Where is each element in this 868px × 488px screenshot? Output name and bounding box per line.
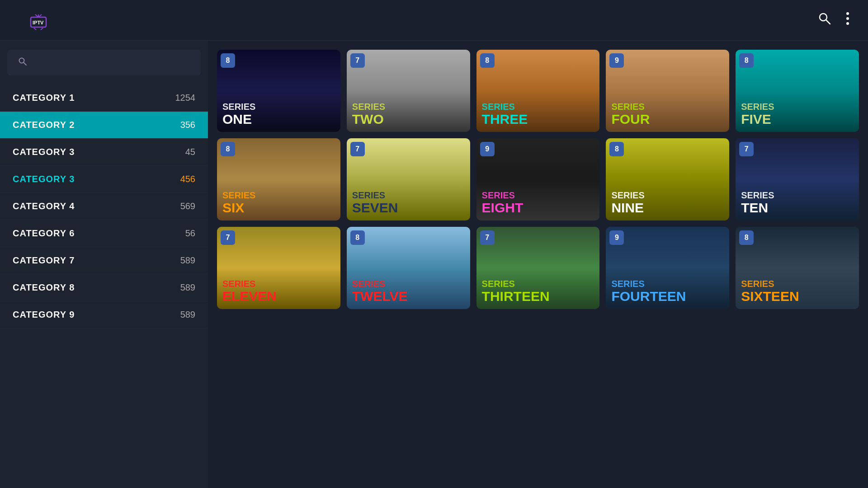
card-background: 8 SERIES SIX [217,138,340,221]
category-name: CATEGORY 8 [13,282,75,293]
card-background: 7 SERIES SEVEN [347,138,470,221]
card-badge: 8 [480,53,495,68]
series-grid: 8 SERIES ONE 7 SERIES TWO 8 SERIES THREE… [217,50,859,309]
sidebar-item-cat-3[interactable]: CATEGORY 3 45 [0,139,208,166]
card-badge: 8 [350,230,365,245]
svg-line-8 [826,20,830,24]
sidebar: CATEGORY 1 1254 CATEGORY 2 356 CATEGORY … [0,41,208,488]
series-card-13[interactable]: 7 SERIES THIRTEEN [476,227,600,309]
category-name: CATEGORY 9 [13,310,75,320]
category-name: CATEGORY 7 [13,255,75,266]
sidebar-item-cat-4[interactable]: CATEGORY 3 456 [0,166,208,193]
card-badge: 8 [221,142,235,156]
card-title: SERIES SIXTEEN [736,274,859,309]
card-title: SERIES ELEVEN [217,274,340,309]
sidebar-item-cat-5[interactable]: CATEGORY 4 569 [0,193,208,220]
category-count: 456 [180,174,195,184]
series-card-4[interactable]: 9 SERIES FOUR [606,50,729,132]
category-count: 589 [180,310,195,320]
sidebar-item-cat-8[interactable]: CATEGORY 8 589 [0,274,208,301]
card-title: SERIES FOUR [606,97,729,132]
card-badge: 8 [739,53,754,68]
card-badge: 8 [739,230,754,245]
card-background: 8 SERIES ONE [217,50,340,132]
category-list: CATEGORY 1 1254 CATEGORY 2 356 CATEGORY … [0,84,208,488]
series-card-14[interactable]: 9 SERIES FOURTEEN [606,227,729,309]
card-badge: 8 [609,142,624,156]
series-card-2[interactable]: 7 SERIES TWO [347,50,470,132]
series-card-7[interactable]: 7 SERIES SEVEN [347,138,470,221]
card-title: SERIES FIVE [736,97,859,132]
card-badge: 9 [609,230,624,245]
category-count: 356 [180,120,195,130]
category-search-bar[interactable] [7,50,201,75]
card-badge: 7 [350,142,365,156]
content-area: 8 SERIES ONE 7 SERIES TWO 8 SERIES THREE… [208,41,868,488]
category-count: 45 [185,147,195,157]
card-background: 8 SERIES NINE [606,138,729,221]
svg-point-11 [846,22,849,25]
sidebar-item-cat-6[interactable]: CATEGORY 6 56 [0,220,208,247]
card-title: SERIES TWELVE [347,274,470,309]
main: CATEGORY 1 1254 CATEGORY 2 356 CATEGORY … [0,41,868,488]
card-background: 7 SERIES TEN [736,138,859,221]
header-right [817,11,850,29]
card-background: 7 SERIES TWO [347,50,470,132]
more-options-button[interactable] [845,11,850,29]
card-title: SERIES NINE [606,186,729,221]
sidebar-item-cat-2[interactable]: CATEGORY 2 356 [0,112,208,139]
card-title: SERIES ONE [217,97,340,132]
svg-text:IPTV: IPTV [33,20,44,25]
svg-line-4 [34,28,36,30]
card-background: 9 SERIES EIGHT [476,138,600,221]
card-badge: 7 [221,230,235,245]
card-background: 9 SERIES FOUR [606,50,729,132]
card-title: SERIES SIX [217,186,340,221]
card-title: SERIES THREE [476,97,600,132]
category-count: 56 [185,228,195,239]
sidebar-item-cat-7[interactable]: CATEGORY 7 589 [0,247,208,274]
category-name: CATEGORY 2 [13,120,75,130]
category-name: CATEGORY 6 [13,228,75,239]
category-name: CATEGORY 1 [13,93,75,103]
series-card-1[interactable]: 8 SERIES ONE [217,50,340,132]
category-name: CATEGORY 3 [13,147,75,157]
card-title: SERIES FOURTEEN [606,274,729,309]
sidebar-item-cat-9[interactable]: CATEGORY 9 589 [0,301,208,328]
series-card-12[interactable]: 8 SERIES TWELVE [347,227,470,309]
card-title: SERIES EIGHT [476,186,600,221]
category-count: 569 [180,201,195,211]
logo: IPTV [27,9,52,32]
series-card-5[interactable]: 8 SERIES FIVE [736,50,859,132]
series-card-8[interactable]: 9 SERIES EIGHT [476,138,600,221]
category-count: 589 [180,255,195,266]
category-name: CATEGORY 3 [13,174,75,184]
search-button[interactable] [817,11,832,29]
series-card-11[interactable]: 7 SERIES ELEVEN [217,227,340,309]
card-title: SERIES TWO [347,97,470,132]
svg-point-10 [846,17,849,20]
series-card-3[interactable]: 8 SERIES THREE [476,50,600,132]
card-badge: 8 [221,53,235,68]
card-badge: 7 [739,142,754,156]
card-background: 8 SERIES SIXTEEN [736,227,859,309]
card-title: SERIES SEVEN [347,186,470,221]
svg-point-9 [846,12,849,15]
series-card-15[interactable]: 8 SERIES SIXTEEN [736,227,859,309]
series-card-6[interactable]: 8 SERIES SIX [217,138,340,221]
card-badge: 7 [350,53,365,68]
sidebar-item-cat-1[interactable]: CATEGORY 1 1254 [0,84,208,112]
card-background: 8 SERIES TWELVE [347,227,470,309]
card-background: 7 SERIES ELEVEN [217,227,340,309]
series-card-10[interactable]: 7 SERIES TEN [736,138,859,221]
card-title: SERIES TEN [736,186,859,221]
search-bar-icon [18,57,27,68]
card-background: 8 SERIES FIVE [736,50,859,132]
logo-icon: IPTV [27,9,50,32]
card-background: 7 SERIES THIRTEEN [476,227,600,309]
card-background: 9 SERIES FOURTEEN [606,227,729,309]
header-left: IPTV [18,9,70,32]
card-badge: 9 [480,142,495,156]
series-card-9[interactable]: 8 SERIES NINE [606,138,729,221]
card-badge: 7 [480,230,495,245]
